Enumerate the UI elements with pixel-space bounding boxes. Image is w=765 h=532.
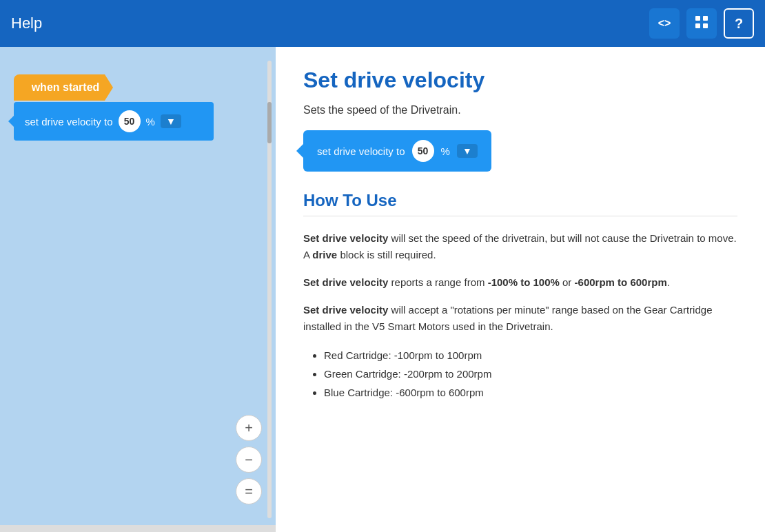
preview-value: 50 xyxy=(412,140,434,162)
code-view-button[interactable]: <> xyxy=(649,8,680,39)
when-started-label: when started xyxy=(32,81,100,93)
when-started-block[interactable]: when started xyxy=(14,74,117,101)
svg-rect-1 xyxy=(703,16,708,21)
help-paragraph-2: Set drive velocity reports a range from … xyxy=(303,274,737,291)
paragraph2-rest: reports a range from xyxy=(388,276,487,288)
scroll-thumb xyxy=(267,102,272,143)
help-button[interactable]: ? xyxy=(724,8,754,39)
help-description: Sets the speed of the Drivetrain. xyxy=(303,104,737,116)
set-velocity-prefix: set drive velocity to xyxy=(25,116,113,127)
zoom-fit-button[interactable]: = xyxy=(236,478,262,504)
help-paragraph-1: Set drive velocity will set the speed of… xyxy=(303,230,737,263)
left-panel: when started set drive velocity to 50 % … xyxy=(0,47,276,532)
code-icon: <> xyxy=(658,17,671,30)
paragraph2-end: . xyxy=(667,276,670,288)
list-item: Blue Cartridge: -600rpm to 600rpm xyxy=(324,383,737,402)
velocity-unit: % xyxy=(146,116,155,127)
zoom-out-icon: − xyxy=(245,452,253,468)
header-title: Help xyxy=(11,14,642,32)
help-title: Set drive velocity xyxy=(303,68,737,93)
help-paragraph-3: Set drive velocity will accept a "rotati… xyxy=(303,302,737,335)
paragraph2-range2: -600rpm to 600rpm xyxy=(575,276,667,288)
list-item: Red Cartridge: -100rpm to 100rpm xyxy=(324,346,737,365)
help-icon: ? xyxy=(735,16,743,32)
zoom-in-button[interactable]: + xyxy=(236,415,262,441)
paragraph1-drive: drive xyxy=(312,249,337,260)
vertical-scrollbar[interactable] xyxy=(267,61,272,518)
paragraph1-bold: Set drive velocity xyxy=(303,232,388,244)
unit-dropdown[interactable]: ▼ xyxy=(161,114,181,128)
svg-rect-0 xyxy=(695,16,700,21)
section-divider xyxy=(303,216,737,216)
paragraph3-bold: Set drive velocity xyxy=(303,304,388,316)
zoom-in-icon: + xyxy=(245,420,253,436)
paragraph2-bold: Set drive velocity xyxy=(303,276,388,288)
main-layout: when started set drive velocity to 50 % … xyxy=(0,47,765,532)
how-to-use-heading: How To Use xyxy=(303,191,737,210)
preview-unit: % xyxy=(441,145,450,157)
grid-view-button[interactable] xyxy=(686,8,717,39)
preview-dropdown: ▼ xyxy=(457,144,478,158)
zoom-fit-icon: = xyxy=(245,484,253,500)
right-panel: Set drive velocity Sets the speed of the… xyxy=(276,47,765,532)
set-velocity-block[interactable]: set drive velocity to 50 % ▼ xyxy=(14,102,214,141)
zoom-controls: + − = xyxy=(236,415,262,504)
block-preview: set drive velocity to 50 % ▼ xyxy=(303,130,491,172)
list-item: Green Cartridge: -200rpm to 200rpm xyxy=(324,365,737,383)
zoom-out-button[interactable]: − xyxy=(236,447,262,473)
horizontal-scrollbar[interactable] xyxy=(0,525,276,532)
grid-icon xyxy=(694,14,709,33)
paragraph1-end: block is still required. xyxy=(337,249,436,260)
paragraph2-range1: -100% to 100% xyxy=(488,276,560,288)
svg-rect-3 xyxy=(703,23,708,28)
cartridge-list: Red Cartridge: -100rpm to 100rpm Green C… xyxy=(324,346,737,402)
preview-prefix: set drive velocity to xyxy=(317,145,405,157)
header: Help <> ? xyxy=(0,0,765,47)
velocity-value[interactable]: 50 xyxy=(119,110,141,132)
paragraph2-or: or xyxy=(560,276,575,288)
svg-rect-2 xyxy=(695,23,700,28)
